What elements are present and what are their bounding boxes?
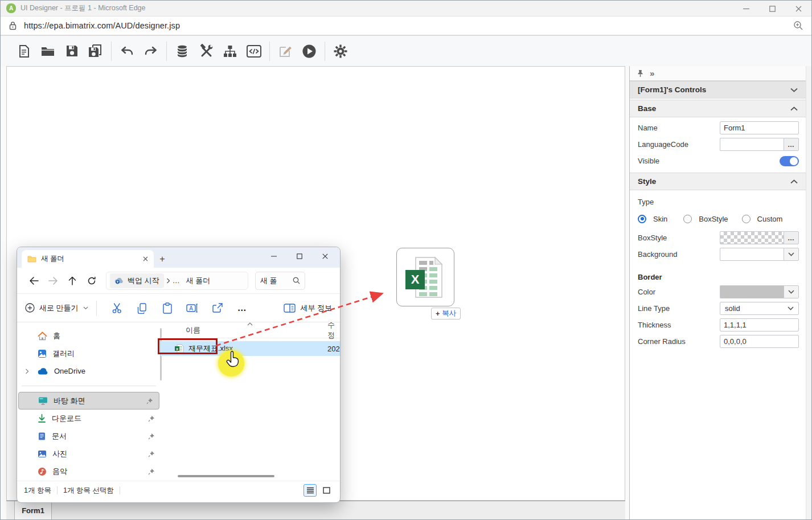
breadcrumb-current-folder[interactable]: 새 폴더 [186, 276, 211, 286]
lock-icon[interactable] [9, 21, 17, 30]
boxstyle-label: BoxStyle [638, 234, 720, 242]
backup-status-chip[interactable]: 백업 시작 [110, 273, 164, 288]
refresh-icon[interactable] [82, 276, 101, 285]
sidebar-item-onedrive[interactable]: OneDrive [17, 362, 161, 380]
background-swatch[interactable] [720, 248, 784, 261]
zoom-in-icon[interactable] [793, 21, 803, 31]
save-icon[interactable] [64, 44, 79, 59]
code-icon[interactable] [247, 44, 261, 59]
line-type-select[interactable]: solid [720, 302, 799, 315]
visible-label: Visible [638, 157, 720, 165]
explorer-tab[interactable]: 새 폴더 [22, 250, 154, 268]
column-name-header[interactable]: 이름 [186, 325, 200, 335]
svg-text:A: A [189, 305, 193, 312]
save-all-icon[interactable] [88, 44, 103, 59]
database-icon[interactable] [175, 44, 190, 59]
explorer-maximize-button[interactable] [286, 247, 312, 265]
downloads-icon [38, 414, 46, 423]
sidebar-item-gallery[interactable]: 갤러리 [17, 345, 161, 362]
sidebar-item-desktop[interactable]: 바탕 화면 [18, 392, 159, 410]
column-modified-header[interactable]: 수정 [327, 322, 340, 341]
sidebar-item-downloads[interactable]: 다운로드 [17, 410, 161, 427]
border-color-swatch[interactable] [720, 285, 784, 298]
boxstyle-browse-button[interactable]: … [784, 231, 799, 244]
radio-boxstyle[interactable] [683, 215, 692, 223]
sitemap-icon[interactable] [223, 44, 237, 59]
tab-form1[interactable]: Form1 [14, 501, 52, 520]
file-list-header: 이름 수정 [161, 322, 340, 338]
new-document-icon[interactable] [17, 44, 31, 59]
close-button[interactable] [785, 1, 811, 17]
languagecode-browse-button[interactable]: … [784, 138, 799, 151]
rename-icon[interactable]: A [180, 303, 205, 313]
file-explorer-window: 새 폴더 + 백업 시작 … 새 폴더 [17, 247, 341, 503]
style-section-header[interactable]: Style [630, 173, 806, 190]
details-pane-button[interactable]: 세부 정보 [284, 303, 332, 313]
sidebar-item-documents[interactable]: 문서 [17, 427, 161, 445]
radio-skin[interactable] [638, 215, 646, 223]
name-input[interactable] [720, 121, 799, 134]
controls-header[interactable]: [Form1]'s Controls [630, 81, 806, 99]
corner-radius-input[interactable] [720, 335, 799, 348]
maximize-button[interactable] [759, 1, 785, 17]
share-icon[interactable] [205, 302, 230, 313]
window-controls [733, 1, 811, 17]
type-radio-group: Skin BoxStyle Custom [630, 210, 806, 227]
more-options-icon[interactable]: … [230, 303, 255, 313]
properties-panel: » [Form1]'s Controls Base Name LanguageC… [629, 66, 806, 520]
sidebar-item-pictures[interactable]: 사진 [17, 445, 161, 462]
new-item-button[interactable]: 새로 만들기 [25, 303, 88, 313]
explorer-window-controls [261, 247, 338, 265]
up-icon[interactable] [63, 276, 82, 285]
desktop-icon [38, 396, 48, 405]
background-dropdown-button[interactable] [784, 248, 799, 261]
thumbnail-view-button[interactable] [320, 484, 333, 497]
sidebar-item-home[interactable]: 홈 [17, 327, 161, 345]
copy-icon[interactable] [130, 302, 155, 314]
toolbar-separator [325, 42, 325, 61]
settings-gear-icon[interactable] [333, 44, 348, 59]
sidebar-item-music[interactable]: 음악 [17, 462, 161, 480]
url-text[interactable]: https://epa.bimatrix.com/AUD/designer.js… [24, 21, 180, 30]
pin-icon[interactable] [637, 69, 644, 77]
run-icon[interactable] [302, 44, 317, 59]
dropped-excel-control[interactable]: X [396, 248, 454, 306]
expand-chevron-icon[interactable] [25, 368, 29, 374]
new-tab-button[interactable]: + [154, 250, 171, 268]
undo-icon[interactable] [120, 44, 134, 59]
back-icon[interactable] [24, 277, 43, 285]
base-section-header[interactable]: Base [630, 100, 806, 117]
horizontal-scrollbar[interactable] [178, 475, 274, 477]
breadcrumb-ellipsis[interactable]: … [173, 276, 181, 285]
panel-scrollbar[interactable] [806, 66, 812, 520]
status-divider [57, 486, 58, 494]
cut-icon[interactable] [105, 302, 130, 314]
paste-icon[interactable] [155, 302, 180, 314]
minimize-button[interactable] [733, 1, 759, 17]
tab-close-icon[interactable] [143, 256, 148, 261]
thickness-input[interactable] [720, 318, 799, 331]
open-folder-icon[interactable] [40, 44, 55, 59]
boxstyle-swatch[interactable] [720, 231, 784, 244]
forward-icon[interactable] [43, 277, 63, 285]
edit-icon[interactable] [278, 44, 293, 59]
base-header-label: Base [638, 104, 656, 113]
new-item-label: 새로 만들기 [39, 303, 79, 313]
svg-text:X: X [411, 272, 420, 286]
toggle-knob [790, 157, 798, 165]
collapse-panel-icon[interactable]: » [650, 68, 654, 78]
radio-custom[interactable] [742, 215, 751, 223]
search-box[interactable] [255, 272, 305, 290]
redo-icon[interactable] [143, 44, 158, 59]
explorer-minimize-button[interactable] [261, 247, 286, 265]
details-view-button[interactable] [304, 484, 317, 497]
corner-radius-label: Corner Radius [638, 337, 720, 346]
toolbar-separator [111, 42, 112, 61]
address-bar[interactable]: 백업 시작 … 새 폴더 [106, 272, 248, 290]
search-input[interactable] [260, 276, 293, 285]
tools-icon[interactable] [199, 44, 214, 59]
visible-toggle[interactable] [780, 156, 799, 166]
border-color-dropdown-button[interactable] [784, 285, 799, 298]
explorer-close-button[interactable] [312, 247, 338, 265]
languagecode-input[interactable] [720, 138, 784, 151]
